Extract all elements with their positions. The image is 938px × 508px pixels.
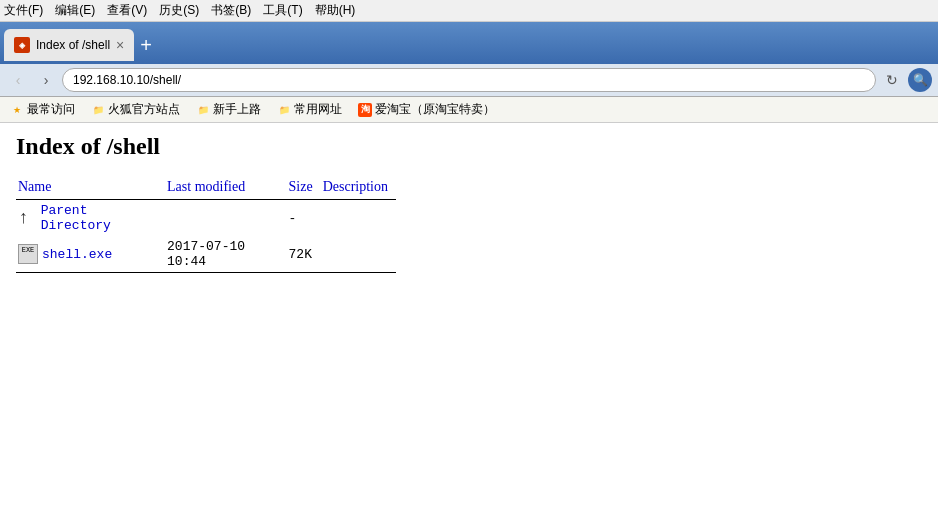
page-content: Index of /shell Name Last modified Size … (0, 123, 938, 283)
parent-dir-cell: Parent Directory (16, 200, 165, 237)
menu-history[interactable]: 历史(S) (159, 2, 199, 19)
taobao-icon: 淘 (358, 103, 372, 117)
tab-favicon: ◈ (14, 37, 30, 53)
new-tab-button[interactable]: + (140, 35, 152, 55)
addressbar: ‹ › ↻ 🔍 (0, 64, 938, 97)
bookmark-newuser[interactable]: 📁 新手上路 (192, 100, 265, 119)
back-button[interactable]: ‹ (6, 68, 30, 92)
menubar: 文件(F) 编辑(E) 查看(V) 历史(S) 书签(B) 工具(T) 帮助(H… (0, 0, 938, 22)
menu-view[interactable]: 查看(V) (107, 2, 147, 19)
parent-dir-icon (18, 208, 37, 228)
col-name: Name (16, 176, 165, 200)
menu-bookmarks[interactable]: 书签(B) (211, 2, 251, 19)
parent-dir-modified (165, 200, 287, 237)
bookmark-firefox-label: 火狐官方站点 (108, 101, 180, 118)
active-tab[interactable]: ◈ Index of /shell × (4, 29, 134, 61)
bookmark-common-label: 常用网址 (294, 101, 342, 118)
menu-help[interactable]: 帮助(H) (315, 2, 356, 19)
col-name-link[interactable]: Name (18, 179, 51, 194)
shell-exe-link[interactable]: shell.exe (42, 247, 112, 262)
star-icon: ★ (10, 103, 24, 117)
col-size: Size (287, 176, 321, 200)
page-title: Index of /shell (16, 133, 922, 160)
bookmarksbar: ★ 最常访问 📁 火狐官方站点 📁 新手上路 📁 常用网址 淘 爱淘宝（原淘宝特… (0, 97, 938, 123)
refresh-button[interactable]: ↻ (880, 68, 904, 92)
shell-exe-modified: 2017-07-10 10:44 (165, 236, 287, 273)
col-modified-link[interactable]: Last modified (167, 179, 245, 194)
tab-title: Index of /shell (36, 38, 110, 52)
table-row: EXE shell.exe 2017-07-10 10:44 72K (16, 236, 396, 273)
parent-dir-desc (321, 200, 396, 237)
most-visited-label: 最常访问 (27, 101, 75, 118)
address-input[interactable] (62, 68, 876, 92)
most-visited[interactable]: ★ 最常访问 (6, 100, 79, 119)
exe-icon: EXE (18, 244, 38, 264)
parent-dir-link[interactable]: Parent Directory (41, 203, 157, 233)
folder-icon: 📁 (91, 103, 105, 117)
parent-dir-size: - (287, 200, 321, 237)
shell-exe-desc (321, 236, 396, 273)
folder-icon: 📁 (196, 103, 210, 117)
tab-close-button[interactable]: × (116, 37, 124, 53)
folder-icon: 📁 (277, 103, 291, 117)
menu-tools[interactable]: 工具(T) (263, 2, 302, 19)
shell-exe-size: 72K (287, 236, 321, 273)
bookmark-taobao-label: 爱淘宝（原淘宝特卖） (375, 101, 495, 118)
table-row: Parent Directory - (16, 200, 396, 237)
shell-exe-cell: EXE shell.exe (16, 236, 165, 273)
bookmark-taobao[interactable]: 淘 爱淘宝（原淘宝特卖） (354, 100, 499, 119)
forward-button[interactable]: › (34, 68, 58, 92)
file-table: Name Last modified Size Description Pa (16, 176, 396, 273)
bookmark-newuser-label: 新手上路 (213, 101, 261, 118)
menu-edit[interactable]: 编辑(E) (55, 2, 95, 19)
menu-file[interactable]: 文件(F) (4, 2, 43, 19)
col-description-link[interactable]: Description (323, 179, 388, 194)
bookmark-common[interactable]: 📁 常用网址 (273, 100, 346, 119)
bookmark-firefox[interactable]: 📁 火狐官方站点 (87, 100, 184, 119)
col-size-link[interactable]: Size (289, 179, 313, 194)
col-description: Description (321, 176, 396, 200)
col-modified: Last modified (165, 176, 287, 200)
table-header-row: Name Last modified Size Description (16, 176, 396, 200)
tabbar: ◈ Index of /shell × + (0, 22, 938, 64)
search-button[interactable]: 🔍 (908, 68, 932, 92)
